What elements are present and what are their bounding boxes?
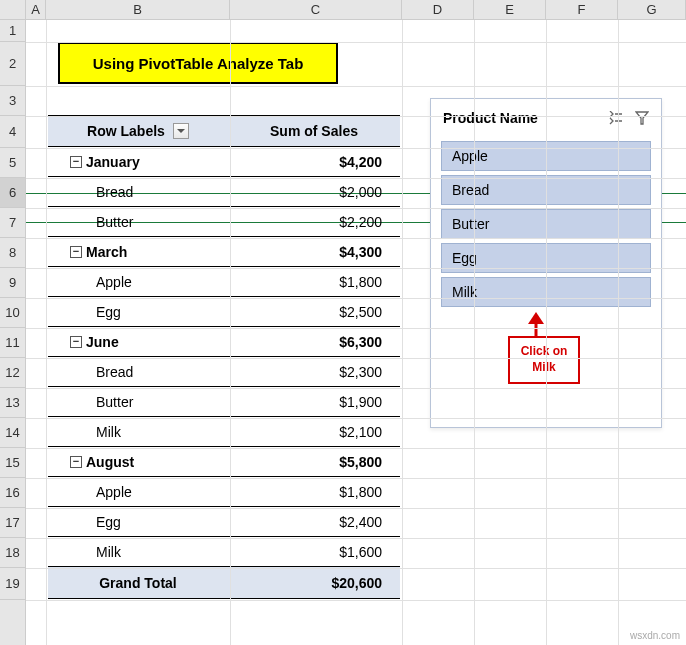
group-name: June [86, 334, 119, 350]
slicer-controls [607, 109, 651, 127]
gridline-h [26, 238, 686, 239]
col-header-f[interactable]: F [546, 0, 618, 19]
pivot-group-total: $4,200 [228, 154, 400, 170]
gridline-h [26, 86, 686, 87]
pivot-group-total: $6,300 [228, 334, 400, 350]
gridline-v [46, 20, 47, 645]
collapse-icon[interactable]: − [70, 456, 82, 468]
row-header-1[interactable]: 1 [0, 20, 26, 42]
row-header-15[interactable]: 15 [0, 448, 26, 478]
pivot-item-label: Butter [48, 394, 228, 410]
row-header-18[interactable]: 18 [0, 538, 26, 568]
clear-filter-icon[interactable] [633, 109, 651, 127]
gridline-h [26, 600, 686, 601]
col-header-c[interactable]: C [230, 0, 402, 19]
row-header-13[interactable]: 13 [0, 388, 26, 418]
pivot-data-row[interactable]: Butter $2,200 [48, 207, 400, 237]
row-header-12[interactable]: 12 [0, 358, 26, 388]
pivot-data-row[interactable]: Egg $2,500 [48, 297, 400, 327]
row-header-10[interactable]: 10 [0, 298, 26, 328]
pivot-item-label: Butter [48, 214, 228, 230]
pivot-item-label: Milk [48, 544, 228, 560]
pivot-group-total: $5,800 [228, 454, 400, 470]
row-header-19[interactable]: 19 [0, 568, 26, 600]
gridline-h [26, 448, 686, 449]
pivot-data-row[interactable]: Apple $1,800 [48, 267, 400, 297]
pivot-header-row: Row Labels Sum of Sales [48, 115, 400, 147]
pivot-group-row[interactable]: − August $5,800 [48, 447, 400, 477]
gridline-h [26, 328, 686, 329]
row-header-14[interactable]: 14 [0, 418, 26, 448]
row-header-4[interactable]: 4 [0, 116, 26, 148]
gridline-h [26, 178, 686, 179]
pivot-item-value: $1,600 [228, 544, 400, 560]
row-labels-text: Row Labels [87, 123, 165, 139]
pivot-data-row[interactable]: Bread $2,300 [48, 357, 400, 387]
pivot-data-row[interactable]: Milk $1,600 [48, 537, 400, 567]
cells-area[interactable]: Using PivotTable Analyze Tab Row Labels … [26, 20, 686, 645]
row-header-5[interactable]: 5 [0, 148, 26, 178]
pivot-data-row[interactable]: Bread $2,000 [48, 177, 400, 207]
pivot-data-row[interactable]: Milk $2,100 [48, 417, 400, 447]
slicer-title: Product Name [443, 110, 538, 126]
pivot-table: Row Labels Sum of Sales − January $4,200… [48, 115, 400, 599]
col-header-a[interactable]: A [26, 0, 46, 19]
row-header-3[interactable]: 3 [0, 86, 26, 116]
row-header-6[interactable]: 6 [0, 178, 26, 208]
row-headers: 12345678910111213141516171819 [0, 20, 26, 645]
pivot-item-label: Apple [48, 274, 228, 290]
pivot-group-row[interactable]: − March $4,300 [48, 237, 400, 267]
col-header-g[interactable]: G [618, 0, 686, 19]
gridline-v [230, 20, 231, 645]
gridline-v [402, 20, 403, 645]
title-text: Using PivotTable Analyze Tab [93, 55, 304, 72]
gridline-h [26, 478, 686, 479]
gridline-h [26, 208, 686, 209]
gridline-v [618, 20, 619, 645]
pivot-data-row[interactable]: Egg $2,400 [48, 507, 400, 537]
column-headers: ABCDEFG [0, 0, 686, 20]
row-header-16[interactable]: 16 [0, 478, 26, 508]
row-header-11[interactable]: 11 [0, 328, 26, 358]
chevron-down-icon [177, 127, 185, 135]
spreadsheet-grid: ABCDEFG 12345678910111213141516171819 Us… [0, 0, 686, 645]
pivot-group-row[interactable]: − June $6,300 [48, 327, 400, 357]
multi-select-icon[interactable] [607, 109, 625, 127]
grand-total-value: $20,600 [228, 575, 400, 591]
pivot-item-value: $2,400 [228, 514, 400, 530]
watermark: wsxdn.com [630, 630, 680, 641]
sum-of-sales-header: Sum of Sales [228, 123, 400, 139]
pivot-data-row[interactable]: Apple $1,800 [48, 477, 400, 507]
row-header-9[interactable]: 9 [0, 268, 26, 298]
gridline-h [26, 388, 686, 389]
row-labels-header: Row Labels [48, 123, 228, 139]
select-all-corner[interactable] [0, 0, 26, 19]
group-name: March [86, 244, 127, 260]
pivot-grand-total-row[interactable]: Grand Total $20,600 [48, 567, 400, 599]
col-header-e[interactable]: E [474, 0, 546, 19]
pivot-item-value: $1,800 [228, 484, 400, 500]
pivot-item-label: Bread [48, 184, 228, 200]
pivot-group-row[interactable]: − January $4,200 [48, 147, 400, 177]
row-header-17[interactable]: 17 [0, 508, 26, 538]
row-header-7[interactable]: 7 [0, 208, 26, 238]
pivot-item-value: $2,300 [228, 364, 400, 380]
pivot-item-label: Egg [48, 304, 228, 320]
col-header-d[interactable]: D [402, 0, 474, 19]
grand-total-label: Grand Total [48, 575, 228, 591]
pivot-data-row[interactable]: Butter $1,900 [48, 387, 400, 417]
gridline-v [546, 20, 547, 645]
pivot-group-total: $4,300 [228, 244, 400, 260]
collapse-icon[interactable]: − [70, 246, 82, 258]
row-header-2[interactable]: 2 [0, 42, 26, 86]
collapse-icon[interactable]: − [70, 156, 82, 168]
gridline-h [26, 298, 686, 299]
row-header-8[interactable]: 8 [0, 238, 26, 268]
col-header-b[interactable]: B [46, 0, 230, 19]
pivot-item-label: Milk [48, 424, 228, 440]
gridline-h [26, 418, 686, 419]
collapse-icon[interactable]: − [70, 336, 82, 348]
row-labels-filter-button[interactable] [173, 123, 189, 139]
gridline-v [474, 20, 475, 645]
title-box: Using PivotTable Analyze Tab [58, 42, 338, 84]
